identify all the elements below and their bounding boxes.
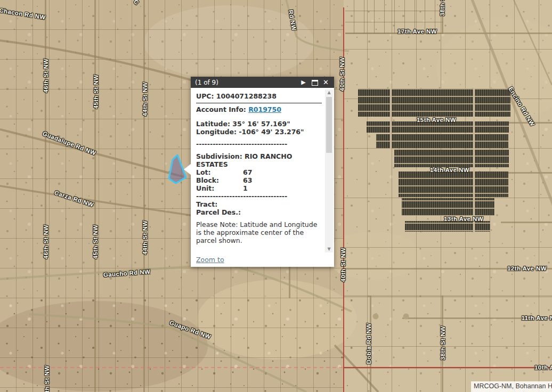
map-viewport[interactable]: Chacon Rd NWCRd NW46th St NW45th St NW44… [0, 0, 552, 392]
latitude-value: 35° 16' 57.169" [232, 120, 290, 128]
popup-body: UPC: 1004071288238 Account Info: R019750… [191, 88, 334, 254]
dashed-separator: --------------------------------- [196, 192, 320, 200]
popup-header[interactable]: (1 of 9) ▶ ✕ [191, 77, 334, 88]
block-row: Block:63 [196, 176, 320, 184]
street-label: 13th Ave NW [444, 216, 483, 222]
account-line: Account Info: R019750 [196, 105, 320, 113]
street-label: 38th St NW [439, 0, 445, 16]
next-result-icon[interactable]: ▶ [298, 77, 309, 88]
street-label: 40th St NW [340, 248, 346, 282]
block-value: 63 [243, 176, 252, 184]
street-label: 46th St NW [43, 59, 49, 93]
upc-line: UPC: 1004071288238 [196, 92, 320, 100]
scrollbar-thumb[interactable] [326, 97, 332, 153]
street-label: 45th St NW [92, 225, 99, 259]
scroll-down-icon[interactable]: ▼ [325, 246, 333, 252]
street-label: 44th St NW [142, 220, 148, 255]
longitude-value: -106° 49' 23.276" [239, 128, 304, 136]
street-label: 17th Ave NW [397, 28, 437, 35]
street-label: 45th St NW [93, 75, 99, 109]
tract-line: Tract: [196, 200, 320, 208]
maximize-icon[interactable] [309, 77, 320, 88]
please-note-text: Please Note: Latitude and Longitude is t… [196, 220, 320, 244]
divider-rule [196, 103, 322, 103]
account-link[interactable]: R019750 [248, 105, 281, 113]
zoom-to-link[interactable]: Zoom to [196, 256, 224, 264]
identify-popup: (1 of 9) ▶ ✕ UPC: 1004071288238 Account … [191, 77, 334, 267]
dashed-separator: --------------------------------- [196, 140, 320, 148]
street-label: 11th Ave NW [521, 315, 552, 321]
street-label: 10th Ave NW [534, 364, 552, 371]
popup-pager-title: (1 of 9) [195, 79, 298, 86]
map-attribution: MRCOG-NM, Bohannan H [471, 381, 552, 392]
upc-value: 1004071288238 [216, 92, 277, 100]
street-label: 14th Ave NW [430, 167, 469, 173]
popup-footer: Zoom to [191, 254, 334, 267]
lot-value: 67 [243, 168, 252, 176]
close-icon[interactable]: ✕ [320, 77, 331, 88]
popup-scrollbar[interactable]: ▲ ▼ [325, 89, 333, 252]
street-label: 45th St NW [44, 365, 50, 392]
longitude-line: Longitude: -106° 49' 23.276" [196, 128, 320, 136]
street-label: 44th St NW [142, 82, 148, 117]
scroll-up-icon[interactable]: ▲ [325, 89, 333, 96]
street-label: 46th St NW [43, 225, 49, 259]
street-label: 40th St NW [339, 57, 345, 92]
parcel-des-line: Parcel Des.: [196, 208, 320, 216]
street-label: 12th Ave NW [507, 265, 547, 272]
unit-row: Unit:1 [196, 184, 320, 192]
unit-value: 1 [243, 184, 248, 192]
street-label: Dobla Rd NW [366, 323, 372, 364]
lot-row: Lot:67 [196, 168, 320, 176]
latitude-line: Latitude: 35° 16' 57.169" [196, 120, 320, 128]
street-label: 38th St NW [440, 326, 446, 361]
popup-pointer [184, 164, 191, 175]
subdivision-line: Subdivision: RIO RANCHO ESTATES [196, 152, 305, 168]
street-label: 15th Ave NW [417, 117, 456, 123]
